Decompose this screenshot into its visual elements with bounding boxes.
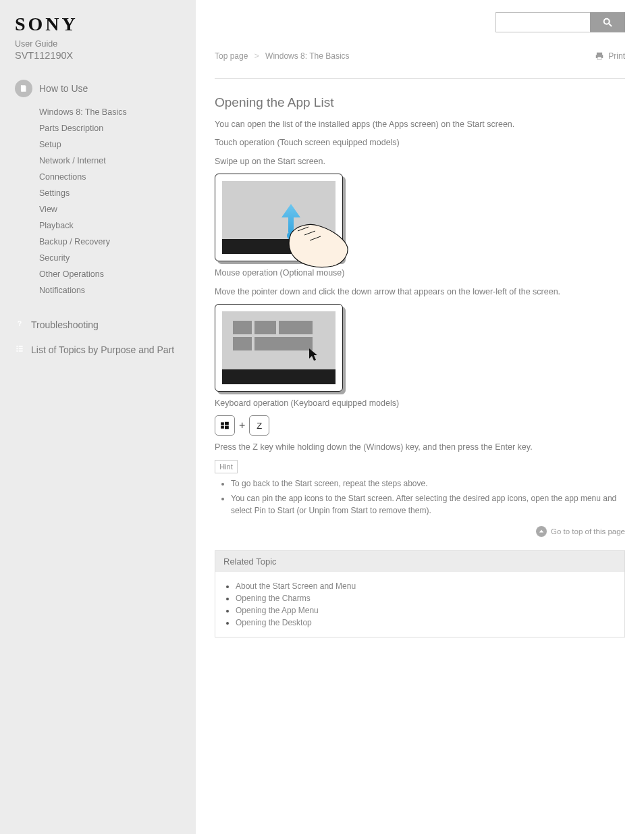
sidebar-listparts[interactable]: List of Topics by Purpose and Part [15,344,181,355]
keyboard-heading: Keyboard operation (Keyboard equipped mo… [215,397,625,410]
mouse-text: Move the pointer down and click the down… [215,286,625,298]
related-box: Related Topic About the Start Screen and… [215,550,625,637]
sidebar-item-settings[interactable]: Settings [39,188,70,198]
sidebar-item-view[interactable]: View [39,205,57,214]
z-key: Z [249,415,269,436]
svg-text:?: ? [18,319,22,328]
sidebar-item-notifications[interactable]: Notifications [39,286,85,295]
svg-rect-16 [221,426,224,429]
sidebar-howto-title: How to Use [39,83,88,94]
related-title: Related Topic [215,551,624,572]
crumb-top[interactable]: Top page [215,51,248,61]
cursor-icon [308,348,319,361]
svg-rect-1 [16,346,18,347]
sidebar-item-parts-description[interactable]: Parts Description [39,124,103,133]
sidebar-listparts-label: List of Topics by Purpose and Part [31,344,174,355]
related-link[interactable]: Opening the Desktop [236,618,312,627]
svg-rect-4 [19,348,23,349]
question-icon: ? [15,319,24,330]
model-number: SVT112190X [15,50,181,61]
svg-line-8 [609,24,612,26]
list-icon [15,344,24,355]
sidebar-item-windows8[interactable]: Windows 8: The Basics [39,107,127,117]
article-intro: You can open the list of the installed a… [215,118,625,131]
sidebar-item-connections[interactable]: Connections [39,172,86,182]
svg-rect-9 [597,53,602,55]
related-link[interactable]: Opening the Charms [236,594,311,603]
book-icon [15,80,32,97]
svg-rect-14 [221,423,224,425]
svg-rect-17 [225,426,229,429]
sidebar-item-other[interactable]: Other Operations [39,269,104,279]
printer-icon [595,51,604,61]
key-combo: + Z [215,415,625,436]
go-to-top-link[interactable]: Go to top of this page [551,527,625,536]
breadcrumb: Top page > Windows 8: The Basics [215,51,350,61]
touch-text: Swipe up on the Start screen. [215,155,625,168]
svg-rect-3 [16,348,18,349]
hint-item: To go back to the Start screen, repeat t… [231,477,625,490]
sidebar-item-network[interactable]: Network / Internet [39,156,106,165]
search-icon [602,17,613,28]
sidebar-troubleshooting[interactable]: ? Troubleshooting [15,319,181,330]
windows-key-icon [215,415,235,436]
sidebar-item-backup[interactable]: Backup / Recovery [39,237,110,246]
up-arrow-icon [536,526,547,537]
sidebar-item-security[interactable]: Security [39,253,70,263]
sidebar-troubleshooting-label: Troubleshooting [31,319,99,330]
related-link[interactable]: About the Start Screen and Menu [236,581,356,591]
print-label: Print [608,51,625,61]
print-link[interactable]: Print [595,51,625,61]
article-title: Opening the App List [215,78,625,110]
svg-rect-15 [225,422,229,425]
brand-logo: SONY [15,14,181,35]
crumb-separator: > [254,51,259,61]
hint-item: You can pin the app icons to the Start s… [231,492,625,517]
search-button[interactable] [590,12,625,32]
touch-heading: Touch operation (Touch screen equipped m… [215,136,625,149]
user-guide-label: User Guide [15,39,181,49]
keyboard-text: Press the Z key while holding down the (… [215,441,625,454]
plus-icon: + [239,419,245,432]
sidebar-item-setup[interactable]: Setup [39,140,61,149]
related-link[interactable]: Opening the App Menu [236,606,319,615]
touch-illustration [215,174,625,261]
swipe-up-icon [271,199,352,273]
sidebar-howto-heading[interactable]: How to Use [15,80,181,97]
mouse-illustration [215,304,625,392]
crumb-section[interactable]: Windows 8: The Basics [265,51,350,61]
svg-point-7 [604,19,610,24]
svg-rect-6 [19,350,23,352]
svg-rect-2 [19,346,23,347]
sidebar-item-playback[interactable]: Playback [39,221,74,230]
hint-label: Hint [215,460,238,473]
svg-rect-5 [16,350,18,352]
svg-rect-11 [597,57,601,59]
search-input[interactable] [495,12,590,32]
